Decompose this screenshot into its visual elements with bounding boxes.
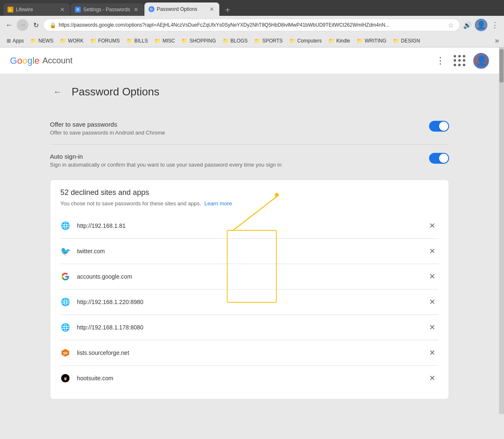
tab-settings-label: Settings - Passwords <box>83 7 130 12</box>
auto-signin-title: Auto sign-in <box>50 153 281 160</box>
offer-save-toggle[interactable] <box>429 121 449 132</box>
declined-title: 52 declined sites and apps <box>60 188 149 197</box>
bookmark-work[interactable]: 📁 WORK <box>57 37 87 45</box>
site-name-3: accounts.google.com <box>77 273 419 280</box>
svg-text:🦉: 🦉 <box>63 377 68 381</box>
globe-icon-1: 🌐 <box>60 221 70 231</box>
computers-folder-icon: 📁 <box>289 38 295 44</box>
settings-favicon: ⚙ <box>75 7 81 12</box>
google-g-icon <box>60 272 70 282</box>
apps-label: Apps <box>12 38 24 44</box>
bookmark-sports[interactable]: 📁 SPORTS <box>251 37 286 45</box>
volume-button[interactable]: 🔊 <box>462 19 473 31</box>
auto-signin-desc: Sign in automatically or confirm that yo… <box>50 162 281 168</box>
tab-settings-close[interactable]: ✕ <box>133 6 139 13</box>
bookmark-bills[interactable]: 📁 BILLS <box>123 37 151 45</box>
bookmark-blogs[interactable]: 📁 BLOGS <box>219 37 251 45</box>
site-name-7: hootsuite.com <box>77 375 419 382</box>
remove-site-4-button[interactable]: ✕ <box>425 295 439 309</box>
site-row-2: 🐦 twitter.com ✕ <box>60 239 439 264</box>
bookmark-design[interactable]: 📁 DESIGN <box>390 37 423 45</box>
bookmark-misc[interactable]: 📁 MISC <box>151 37 178 45</box>
three-dots-menu-button[interactable]: ⋮ <box>434 54 447 68</box>
remove-site-2-button[interactable]: ✕ <box>425 244 439 258</box>
forums-label: FORUMS <box>98 38 120 44</box>
work-folder-icon: 📁 <box>60 38 66 44</box>
svg-text:SF: SF <box>63 351 68 355</box>
forums-folder-icon: 📁 <box>90 38 97 44</box>
bookmark-writing[interactable]: 📁 WRITING <box>353 37 390 45</box>
computers-label: Computers <box>297 38 322 44</box>
tab-settings-passwords[interactable]: ⚙ Settings - Passwords ✕ <box>71 3 144 16</box>
back-button[interactable]: ← <box>50 84 65 99</box>
profile-button[interactable]: 👤 <box>475 19 487 31</box>
nav-back-button[interactable]: ← <box>3 19 15 31</box>
offer-save-title: Offer to save passwords <box>50 121 165 128</box>
ga-header: Google Account ⋮ <box>0 47 499 74</box>
design-folder-icon: 📁 <box>393 38 399 44</box>
scrollbar[interactable] <box>499 47 504 414</box>
auto-signin-toggle[interactable] <box>429 153 449 164</box>
sports-folder-icon: 📁 <box>254 38 261 44</box>
offer-save-desc: Offer to save passwords in Android and C… <box>50 130 165 136</box>
url-bar[interactable]: 🔒 https://passwords.google.com/options?r… <box>43 19 460 31</box>
tab-lifewire-close[interactable]: ✕ <box>59 6 66 13</box>
url-bookmark-star[interactable]: ☆ <box>448 21 454 29</box>
nav-forward-button[interactable]: → <box>17 19 28 31</box>
news-folder-icon: 📁 <box>30 38 37 44</box>
menu-button[interactable]: ⋮ <box>489 19 501 31</box>
learn-more-link[interactable]: Learn more <box>204 200 232 207</box>
offer-save-info: Offer to save passwords Offer to save pa… <box>50 121 165 136</box>
bookmarks-more-button[interactable]: » <box>493 36 501 45</box>
site-name-1: http://192.168.1.81 <box>77 222 419 229</box>
hootsuite-icon: 🦉 <box>60 373 70 383</box>
kindle-folder-icon: 📁 <box>328 38 335 44</box>
url-text: https://passwords.google.com/options?rap… <box>59 22 445 28</box>
twitter-icon: 🐦 <box>60 246 70 256</box>
shopping-label: SHOPPING <box>189 38 216 44</box>
site-name-4: http://192.168.1.220:8980 <box>77 299 419 305</box>
site-row-6: SF lists.sourceforge.net ✕ <box>60 340 439 366</box>
blogs-folder-icon: 📁 <box>223 38 229 44</box>
site-row-4: 🌐 http://192.168.1.220:8980 ✕ <box>60 289 439 315</box>
misc-folder-icon: 📁 <box>154 38 161 44</box>
shopping-folder-icon: 📁 <box>181 38 188 44</box>
design-label: DESIGN <box>401 38 420 44</box>
remove-site-5-button[interactable]: ✕ <box>425 321 439 334</box>
writing-folder-icon: 📁 <box>357 38 363 44</box>
tab-password-options-label: Password Options <box>157 6 206 12</box>
declined-header: 52 declined sites and apps <box>60 188 439 197</box>
tab-lifewire[interactable]: L Lifewire ✕ <box>3 3 70 16</box>
account-label: Account <box>42 56 72 65</box>
declined-section: 52 declined sites and apps You chose not… <box>50 180 449 399</box>
settings-container: Offer to save passwords Offer to save pa… <box>50 112 449 176</box>
new-tab-button[interactable]: + <box>222 4 233 16</box>
google-apps-grid-button[interactable] <box>453 54 467 67</box>
scrollbar-thumb[interactable] <box>499 49 504 82</box>
tab-password-options[interactable]: G Password Options ✕ <box>144 2 219 16</box>
bookmark-computers[interactable]: 📁 Computers <box>286 37 325 45</box>
remove-site-7-button[interactable]: ✕ <box>425 372 439 385</box>
google-account-logo[interactable]: Google Account <box>10 55 72 66</box>
bills-label: BILLS <box>134 38 148 44</box>
apps-grid-icon: ⊞ <box>7 38 11 44</box>
site-row-1: 🌐 http://192.168.1.81 ✕ <box>60 213 439 239</box>
tab-password-options-close[interactable]: ✕ <box>209 6 215 12</box>
auto-signin-row: Auto sign-in Sign in automatically or co… <box>50 145 449 176</box>
site-row-7: 🦉 hootsuite.com ✕ <box>60 366 439 391</box>
bookmark-kindle[interactable]: 📁 Kindle <box>325 37 353 45</box>
remove-site-1-button[interactable]: ✕ <box>425 219 439 232</box>
bookmark-shopping[interactable]: 📁 SHOPPING <box>178 37 219 45</box>
user-avatar[interactable]: 👤 <box>473 53 489 69</box>
work-label: WORK <box>68 38 83 44</box>
lifewire-favicon: L <box>7 7 13 12</box>
bookmark-news[interactable]: 📁 NEWS <box>27 37 57 45</box>
bookmark-forums[interactable]: 📁 FORUMS <box>87 37 123 45</box>
tab-lifewire-label: Lifewire <box>16 7 57 12</box>
remove-site-6-button[interactable]: ✕ <box>425 346 439 359</box>
site-name-2: twitter.com <box>77 248 419 254</box>
remove-site-3-button[interactable]: ✕ <box>425 270 439 283</box>
page-content: Google Account ⋮ <box>0 47 504 414</box>
nav-refresh-button[interactable]: ↻ <box>30 19 42 31</box>
bookmark-apps[interactable]: ⊞ Apps <box>3 37 27 45</box>
